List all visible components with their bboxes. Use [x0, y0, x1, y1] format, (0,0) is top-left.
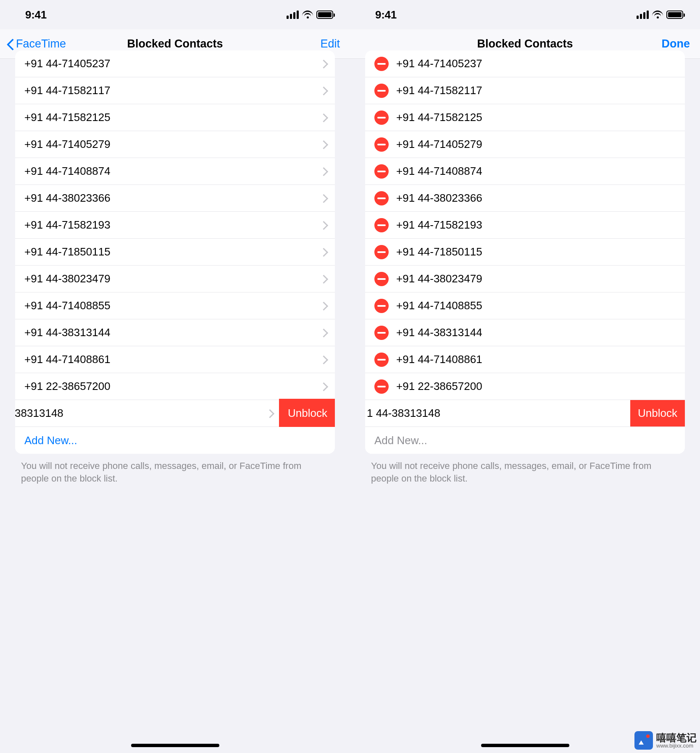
status-icons — [287, 11, 333, 19]
delete-circle-icon[interactable] — [374, 191, 389, 205]
contact-row[interactable]: +91 44-71408861 — [15, 346, 335, 373]
wifi-icon — [302, 11, 313, 19]
contact-number: +91 44-71405237 — [24, 57, 321, 70]
contact-number: +91 22-38657200 — [24, 380, 321, 393]
battery-icon — [316, 11, 333, 19]
page-title: Blocked Contacts — [127, 37, 223, 50]
add-new-button[interactable]: Add New... — [15, 427, 335, 454]
contact-number: +91 22-38657200 — [396, 380, 676, 393]
contact-number: +91 44-38313144 — [24, 326, 321, 339]
contact-row[interactable]: +91 44-38023366 — [15, 185, 335, 212]
status-icons — [637, 11, 683, 19]
chevron-right-icon — [321, 329, 326, 337]
delete-circle-icon[interactable] — [374, 379, 389, 394]
contact-row[interactable]: +91 44-71850115 — [365, 239, 685, 266]
home-indicator[interactable] — [131, 744, 219, 747]
cellular-icon — [287, 11, 299, 19]
contact-row[interactable]: +91 44-71850115 — [15, 239, 335, 266]
status-bar: 9:41 — [0, 0, 350, 29]
contact-number: +91 44-38313144 — [396, 326, 676, 339]
contact-number: +91 44-71405279 — [24, 138, 321, 151]
delete-circle-icon[interactable] — [374, 111, 389, 125]
add-new-label: Add New... — [24, 434, 326, 447]
delete-circle-icon[interactable] — [374, 272, 389, 286]
contact-row[interactable]: +91 44-71582125 — [15, 104, 335, 131]
contact-row[interactable]: +91 44-38313144 — [365, 319, 685, 346]
contact-row[interactable]: +91 22-38657200 — [15, 373, 335, 400]
delete-circle-icon[interactable] — [374, 164, 389, 179]
chevron-right-icon — [321, 248, 326, 256]
contact-number: +91 44-71408861 — [24, 353, 321, 366]
chevron-right-icon — [321, 167, 326, 176]
left-screenshot: 9:41 FaceTime Blocked Contacts Edit +91 … — [0, 0, 350, 753]
watermark-url: www.bijixx.com — [656, 743, 697, 749]
chevron-right-icon — [321, 140, 326, 149]
contact-row[interactable]: +91 44-71582193 — [365, 212, 685, 239]
chevron-right-icon — [321, 221, 326, 229]
contact-number: +91 44-71582193 — [396, 219, 676, 232]
edit-button[interactable]: Edit — [320, 37, 350, 50]
chevron-right-icon — [268, 409, 273, 418]
contact-row-swiped[interactable]: 4-38313148Unblock — [15, 400, 335, 427]
unblock-button[interactable]: Unblock — [630, 400, 685, 427]
contact-row[interactable]: +91 44-71408874 — [15, 158, 335, 185]
contact-number: +91 44-71582117 — [396, 84, 676, 97]
contact-row[interactable]: +91 44-38313144 — [15, 319, 335, 346]
contact-row[interactable]: +91 44-38023366 — [365, 185, 685, 212]
watermark-icon — [634, 731, 653, 750]
contact-row[interactable]: +91 44-71408874 — [365, 158, 685, 185]
contact-row[interactable]: +91 44-71405279 — [15, 131, 335, 158]
delete-circle-icon[interactable] — [374, 245, 389, 259]
back-label: FaceTime — [16, 37, 66, 50]
chevron-right-icon — [321, 60, 326, 68]
add-new-button[interactable]: Add New... — [365, 427, 685, 454]
contact-row[interactable]: +91 44-71408861 — [365, 346, 685, 373]
battery-icon — [666, 11, 683, 19]
delete-circle-icon[interactable] — [374, 326, 389, 340]
contact-number: +91 44-71582193 — [24, 219, 321, 232]
delete-circle-icon[interactable] — [374, 299, 389, 313]
contact-row[interactable]: +91 44-71582193 — [15, 212, 335, 239]
chevron-right-icon — [321, 302, 326, 310]
chevron-left-icon — [7, 38, 14, 50]
contact-row[interactable]: +91 44-71582117 — [365, 77, 685, 104]
contact-number: +91 44-71582125 — [396, 111, 676, 124]
contact-number: +91 44-38023479 — [396, 272, 676, 285]
contact-row[interactable]: +91 44-71408855 — [15, 292, 335, 319]
contact-row[interactable]: +91 44-38023479 — [365, 266, 685, 292]
contact-row[interactable]: +91 44-38023479 — [15, 266, 335, 292]
contact-number: +91 44-71850115 — [396, 245, 676, 258]
contact-row[interactable]: +91 44-71405237 — [15, 50, 335, 77]
home-indicator[interactable] — [481, 744, 569, 747]
contact-number: +91 44-38023366 — [396, 192, 676, 205]
right-screenshot: 9:41 Blocked Contacts Done +91 44-714052… — [350, 0, 700, 753]
contact-number: +91 44-71850115 — [24, 245, 321, 258]
delete-circle-icon[interactable] — [374, 84, 389, 98]
delete-circle-icon[interactable] — [374, 137, 389, 152]
back-button[interactable]: FaceTime — [0, 37, 66, 50]
done-button[interactable]: Done — [662, 37, 700, 50]
delete-circle-icon[interactable] — [374, 218, 389, 232]
contact-number: +91 44-71582117 — [24, 84, 321, 97]
contact-row-swiped[interactable]: 1 44-38313148Unblock — [365, 400, 685, 427]
delete-circle-icon[interactable] — [374, 57, 389, 71]
chevron-right-icon — [321, 194, 326, 203]
unblock-button[interactable]: Unblock — [280, 400, 335, 427]
footer-note: You will not receive phone calls, messag… — [0, 454, 350, 484]
contact-row[interactable]: +91 44-71405237 — [365, 50, 685, 77]
contact-row[interactable]: +91 44-71408855 — [365, 292, 685, 319]
contact-number: +91 44-71408855 — [396, 299, 676, 312]
footer-note: You will not receive phone calls, messag… — [350, 454, 700, 484]
contact-row[interactable]: +91 44-71582117 — [15, 77, 335, 104]
contact-row[interactable]: +91 22-38657200 — [365, 373, 685, 400]
status-bar: 9:41 — [350, 0, 700, 29]
contact-row[interactable]: +91 44-71582125 — [365, 104, 685, 131]
status-time: 9:41 — [375, 8, 397, 21]
cellular-icon — [637, 11, 649, 19]
contact-number: 1 44-38313148 — [367, 407, 630, 420]
delete-circle-icon[interactable] — [374, 353, 389, 367]
contact-number: +91 44-71408874 — [24, 165, 321, 178]
contact-number: +91 44-71405237 — [396, 57, 676, 70]
contact-row[interactable]: +91 44-71405279 — [365, 131, 685, 158]
watermark-title: 嘻嘻笔记 — [656, 732, 697, 743]
